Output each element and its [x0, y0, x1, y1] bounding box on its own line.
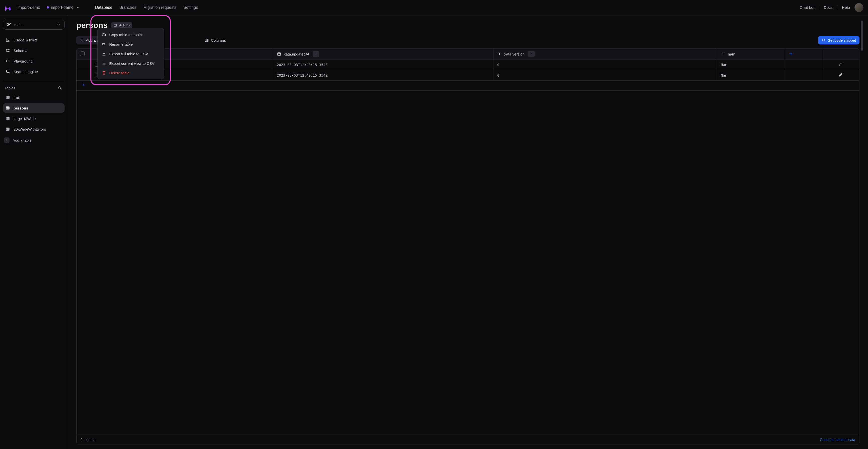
- cell-updated-at[interactable]: 2023-08-03T12:40:15.354Z: [273, 70, 494, 81]
- column-type-icon: [721, 52, 725, 56]
- rename-icon: [102, 42, 106, 46]
- schema-icon: [5, 48, 10, 53]
- docs-link[interactable]: Docs: [824, 5, 833, 10]
- cloud-icon: [102, 32, 106, 37]
- chat-bot-link[interactable]: Chat bot: [800, 5, 814, 10]
- table-icon: [5, 116, 10, 121]
- chevron-down-icon: [56, 22, 61, 27]
- code-icon: [822, 38, 826, 42]
- column-header-xata-version[interactable]: xata.version: [494, 49, 717, 60]
- add-table-button[interactable]: Add a table: [3, 135, 65, 146]
- branch-icon: [7, 22, 11, 27]
- table-icon: [5, 127, 10, 131]
- plus-icon: [4, 137, 9, 143]
- table-item-20kWideWithErrors[interactable]: 20kWideWithErrors: [3, 124, 65, 134]
- table-icon: [114, 24, 117, 27]
- columns-label: Columns: [211, 38, 226, 42]
- cell-version[interactable]: 0: [494, 70, 717, 81]
- topnav-item-branches[interactable]: Branches: [119, 5, 136, 10]
- code-snippet-label: Get code snippet: [828, 38, 856, 42]
- menu-item-delete-table[interactable]: Delete table: [98, 68, 164, 77]
- column-type-icon: [497, 52, 502, 56]
- column-menu-button[interactable]: [313, 51, 319, 57]
- top-nav: DatabaseBranchesMigration requestsSettin…: [95, 5, 198, 10]
- record-count: 2 records: [81, 438, 95, 442]
- project-name[interactable]: import-demo: [18, 5, 40, 10]
- data-grid: id xata.updatedAt xata.version nam rec_c…: [76, 49, 860, 435]
- table-item-persons[interactable]: persons: [3, 103, 65, 113]
- add-row-button[interactable]: [76, 81, 859, 91]
- generate-random-data-link[interactable]: Generate random data: [820, 438, 855, 442]
- cell-name[interactable]: Nam: [717, 60, 785, 70]
- tables-header: Tables: [3, 81, 65, 93]
- cell-updated-at[interactable]: 2023-08-03T12:40:15.354Z: [273, 60, 494, 70]
- main: persons Actions Add a record Columns: [68, 15, 868, 449]
- column-type-icon: [277, 52, 281, 56]
- db-status-dot-icon: [47, 6, 49, 8]
- vertical-scrollbar[interactable]: [859, 15, 866, 449]
- table-item-fruit[interactable]: fruit: [3, 93, 65, 102]
- search-tables-icon[interactable]: [58, 86, 62, 90]
- menu-item-export-current-view-to-csv[interactable]: Export current view to CSV: [98, 59, 164, 68]
- cell-version[interactable]: 0: [494, 60, 717, 70]
- table-row[interactable]: rec_cjpadding15.354Z 2023-08-03T12:40:15…: [76, 60, 859, 70]
- add-table-label: Add a table: [12, 138, 32, 142]
- user-avatar[interactable]: [855, 3, 864, 12]
- sidebar-item-schema[interactable]: Schema: [3, 46, 65, 55]
- table-row[interactable]: rec_cjpadding15.354Z 2023-08-03T12:40:15…: [76, 70, 859, 81]
- cell-name[interactable]: Nam: [717, 70, 785, 81]
- columns-button[interactable]: Columns: [202, 36, 228, 44]
- branch-selector[interactable]: main: [3, 20, 65, 30]
- menu-item-copy-table-endpoint[interactable]: Copy table endpoint: [98, 30, 164, 39]
- toolbar: Add a record Columns Get code snippet: [76, 36, 860, 44]
- database-selector[interactable]: import-demo: [47, 5, 80, 10]
- topnav-item-settings[interactable]: Settings: [183, 5, 198, 10]
- menu-item-export-full-table-to-csv[interactable]: Export full table to CSV: [98, 49, 164, 59]
- branch-name: main: [14, 23, 23, 27]
- menu-item-rename-table[interactable]: Rename table: [98, 39, 164, 49]
- table-icon: [5, 106, 10, 110]
- add-column-button[interactable]: [788, 52, 793, 56]
- topnav-item-database[interactable]: Database: [95, 5, 113, 10]
- tables-title: Tables: [4, 86, 15, 90]
- chart-icon: [5, 38, 10, 42]
- database-name: import-demo: [51, 5, 73, 10]
- sidebar-item-usage-limits[interactable]: Usage & limits: [3, 35, 65, 45]
- sidebar-item-search-engine[interactable]: Search engine: [3, 67, 65, 76]
- table-list: fruitpersonslarge1MWide20kWideWithErrors: [3, 93, 65, 134]
- table-icon: [5, 95, 10, 100]
- plus-icon: [80, 38, 84, 42]
- topbar: import-demo import-demo DatabaseBranches…: [0, 0, 868, 15]
- status-bar: 2 records Generate random data: [76, 435, 860, 445]
- sidebar: main Usage & limitsSchemaPlaygroundSearc…: [0, 15, 68, 449]
- topnav-item-migration-requests[interactable]: Migration requests: [144, 5, 177, 10]
- app-logo-icon[interactable]: [4, 4, 11, 11]
- actions-button[interactable]: Actions: [111, 22, 132, 28]
- column-menu-button[interactable]: [528, 51, 535, 57]
- plus-icon: [82, 83, 86, 87]
- trash-icon: [102, 70, 106, 75]
- caret-down-icon: [75, 5, 80, 10]
- download-icon: [102, 52, 106, 56]
- search-db-icon: [5, 69, 10, 74]
- title-row: persons Actions: [76, 21, 860, 30]
- actions-menu: Copy table endpointRename tableExport fu…: [97, 28, 164, 79]
- actions-label: Actions: [119, 23, 130, 27]
- help-link[interactable]: Help: [842, 5, 850, 10]
- edit-row-button[interactable]: [838, 62, 843, 67]
- columns-icon: [205, 38, 209, 42]
- edit-row-button[interactable]: [838, 72, 843, 77]
- topbar-right: Chat bot Docs Help: [800, 3, 864, 12]
- sidebar-item-playground[interactable]: Playground: [3, 56, 65, 66]
- table-item-large1MWide[interactable]: large1MWide: [3, 114, 65, 123]
- select-all-checkbox[interactable]: [80, 52, 85, 56]
- get-code-snippet-button[interactable]: Get code snippet: [818, 36, 860, 44]
- code-icon: [5, 59, 10, 63]
- column-header-xata-updatedAt[interactable]: xata.updatedAt: [273, 49, 494, 60]
- column-header-name[interactable]: nam: [717, 49, 785, 60]
- download-icon: [102, 61, 106, 66]
- sidebar-nav: Usage & limitsSchemaPlaygroundSearch eng…: [3, 35, 65, 81]
